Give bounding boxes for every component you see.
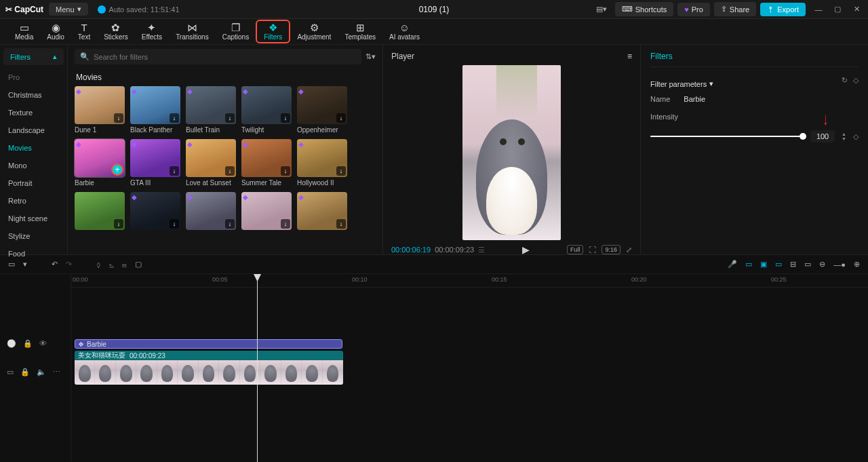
filter-thumb[interactable]: ◆↓Love at Sunset: [186, 139, 236, 187]
track-filter-icon[interactable]: ⚪: [7, 339, 16, 348]
split-icon[interactable]: ⎀: [96, 261, 101, 269]
undo-icon[interactable]: ↶: [52, 260, 58, 269]
tab-templates[interactable]: ⊞Templates: [338, 21, 382, 42]
keyframe-diamond-icon[interactable]: ◇: [853, 76, 859, 85]
download-icon[interactable]: ↓: [225, 219, 235, 229]
filter-thumb[interactable]: ◆↓Hollywood II: [297, 139, 347, 187]
player-menu-icon[interactable]: ≡: [627, 52, 632, 61]
magnet-on-icon[interactable]: ▭: [745, 260, 752, 269]
chevron-down-icon[interactable]: ▾: [23, 260, 27, 269]
track-more-icon[interactable]: ⋯: [53, 368, 60, 377]
search-input[interactable]: 🔍Search for filters: [75, 49, 361, 64]
cat-movies[interactable]: Movies: [0, 139, 67, 157]
split-left-icon[interactable]: ⎁: [109, 261, 114, 269]
list-icon[interactable]: ☰: [478, 246, 485, 254]
monitor-icon[interactable]: ▭: [804, 260, 811, 269]
filter-thumb[interactable]: ◆↓: [130, 192, 180, 232]
cat-retro[interactable]: Retro: [0, 192, 67, 210]
sort-icon[interactable]: ⇅▾: [366, 52, 376, 61]
tab-text[interactable]: TText: [71, 21, 97, 42]
preview-track-icon[interactable]: ⊟: [790, 260, 796, 269]
tab-captions[interactable]: ❐Captions: [216, 21, 256, 42]
cat-pro[interactable]: Pro: [0, 69, 67, 86]
share-button[interactable]: ⇪Share: [714, 2, 756, 16]
tab-filters[interactable]: ❖Filters: [256, 20, 290, 43]
menu-button[interactable]: Menu▾: [49, 3, 88, 16]
tab-audio[interactable]: ◉Audio: [40, 21, 71, 42]
download-icon[interactable]: ↓: [336, 219, 346, 229]
keyframe-diamond-icon[interactable]: ◇: [853, 132, 859, 141]
intensity-stepper[interactable]: ▲▼: [842, 132, 846, 141]
delete-icon[interactable]: ▢: [135, 260, 142, 269]
window-minimize[interactable]: —: [812, 3, 825, 16]
tab-effects[interactable]: ✦Effects: [135, 21, 169, 42]
tab-transitions[interactable]: ⋈Transitions: [169, 21, 216, 42]
reset-icon[interactable]: ↻: [842, 76, 848, 85]
split-right-icon[interactable]: ⎂: [122, 261, 127, 269]
filter-thumb[interactable]: ◆↓Black Panther: [130, 86, 180, 134]
filter-thumb[interactable]: ◆↓Oppenheimer: [297, 86, 347, 134]
intensity-value[interactable]: 100: [810, 130, 835, 142]
shortcuts-button[interactable]: ⌨Shortcuts: [615, 2, 673, 16]
intensity-slider[interactable]: [650, 136, 804, 137]
filter-thumb[interactable]: ◆↓: [241, 192, 292, 232]
download-icon[interactable]: ↓: [336, 166, 346, 176]
props-section[interactable]: Filter parameters▾: [650, 79, 713, 88]
filter-thumb[interactable]: ◆↓Bullet Train: [186, 86, 236, 134]
download-icon[interactable]: ↓: [281, 166, 290, 176]
track-visible-icon[interactable]: 👁: [39, 339, 47, 348]
playhead[interactable]: [257, 274, 258, 462]
cat-landscape[interactable]: Landscape: [0, 121, 67, 139]
tab-ai-avatars[interactable]: ☺AI avatars: [382, 21, 427, 42]
download-icon[interactable]: ↓: [170, 113, 179, 123]
filter-clip[interactable]: ❖ Barbie: [75, 339, 342, 349]
redo-icon[interactable]: ↷: [66, 260, 72, 269]
filter-thumb[interactable]: ◆↓Twilight: [241, 86, 292, 134]
track-video-icon[interactable]: ▭: [7, 368, 14, 377]
download-icon[interactable]: ↓: [225, 166, 235, 176]
track-mute-icon[interactable]: 🔈: [37, 368, 46, 377]
slider-knob[interactable]: [800, 133, 806, 140]
download-icon[interactable]: ↓: [114, 113, 123, 123]
timeline-ruler[interactable]: 00:00 00:05 00:10 00:15 00:20 00:25: [71, 274, 868, 288]
snap-icon[interactable]: ▭: [775, 260, 782, 269]
tab-stickers[interactable]: ✿Stickers: [97, 21, 135, 42]
filter-thumb[interactable]: ◆↓: [186, 192, 236, 232]
play-button[interactable]: ▶: [522, 244, 530, 255]
filter-thumb[interactable]: ◆↓GTA III: [130, 139, 180, 187]
full-badge[interactable]: Full: [567, 245, 584, 254]
filter-thumb[interactable]: ◆↓Dune 1: [75, 86, 125, 134]
pointer-tool-icon[interactable]: ▭: [8, 260, 15, 269]
window-maximize[interactable]: ▢: [831, 3, 844, 16]
link-icon[interactable]: ▣: [760, 260, 767, 269]
download-icon[interactable]: ↓: [336, 113, 346, 123]
mic-icon[interactable]: 🎤: [728, 260, 737, 269]
add-to-timeline-icon[interactable]: +: [111, 163, 123, 176]
crop-icon[interactable]: ⛶: [589, 246, 596, 254]
layout-icon[interactable]: ▤▾: [596, 5, 607, 14]
export-button[interactable]: ⭱Export: [760, 3, 806, 16]
player-canvas[interactable]: [391, 65, 632, 240]
timeline-tracks[interactable]: 00:00 00:05 00:10 00:15 00:20 00:25 ✎ Co…: [71, 274, 868, 462]
ratio-badge[interactable]: 9:16: [601, 245, 620, 254]
zoom-in-icon[interactable]: ⊕: [854, 260, 860, 269]
cat-night-scene[interactable]: Night scene: [0, 210, 67, 227]
pro-button[interactable]: ♥Pro: [677, 3, 710, 16]
zoom-slider-icon[interactable]: —●: [833, 261, 846, 269]
cat-stylize[interactable]: Stylize: [0, 227, 67, 245]
download-icon[interactable]: ↓: [114, 219, 123, 229]
filters-header[interactable]: Filters▴: [3, 48, 64, 65]
download-icon[interactable]: ↓: [225, 113, 235, 123]
zoom-out-icon[interactable]: ⊖: [819, 260, 825, 269]
download-icon[interactable]: ↓: [170, 166, 179, 176]
cat-texture[interactable]: Texture: [0, 104, 67, 121]
window-close[interactable]: ✕: [850, 3, 863, 16]
track-lock-icon[interactable]: 🔒: [23, 339, 33, 348]
fullscreen-icon[interactable]: ⤢: [626, 246, 632, 254]
cat-portrait[interactable]: Portrait: [0, 174, 67, 192]
track-lock-icon[interactable]: 🔒: [20, 368, 30, 377]
tab-adjustment[interactable]: ⚙Adjustment: [290, 21, 338, 42]
filter-thumb[interactable]: ◆↓: [297, 192, 347, 232]
filter-thumb[interactable]: ◆↓Summer Tale: [241, 139, 292, 187]
download-icon[interactable]: ↓: [281, 113, 290, 123]
